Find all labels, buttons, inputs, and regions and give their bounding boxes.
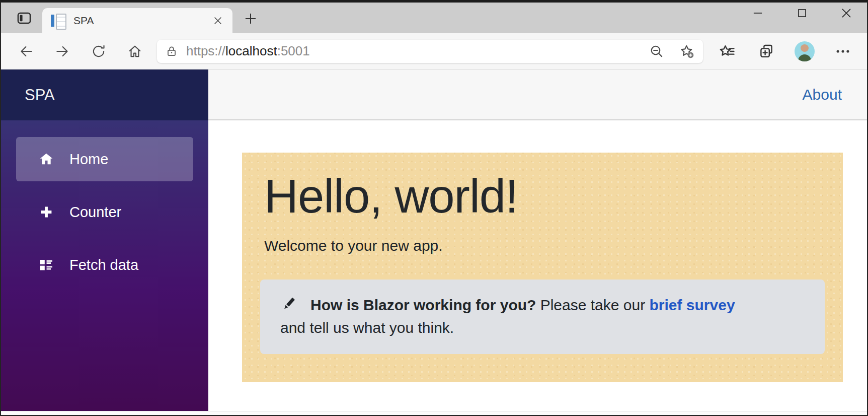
about-link[interactable]: About <box>803 86 842 103</box>
brief-survey-link[interactable]: brief survey <box>650 297 735 313</box>
browser-tab-spa[interactable]: SPA <box>42 8 232 33</box>
browser-window: SPA <box>0 0 868 416</box>
main-panel: About Hello, world! Welcome to your new … <box>208 70 867 411</box>
app-brand[interactable]: SPA <box>1 70 208 120</box>
top-row: About <box>208 70 867 120</box>
pencil-icon <box>280 295 297 312</box>
nav-button-group <box>15 40 146 62</box>
new-tab-icon[interactable] <box>240 8 262 30</box>
address-bar[interactable]: https://localhost:5001 <box>157 40 703 63</box>
profile-avatar[interactable] <box>795 41 815 61</box>
back-icon[interactable] <box>15 40 37 62</box>
sidebar-nav: Home Counter <box>1 120 208 411</box>
sidebar-item-label: Fetch data <box>69 257 138 273</box>
address-bar-actions <box>646 40 698 62</box>
survey-tail-text: and tell us what you think. <box>280 316 807 339</box>
tab-favicon-icon <box>50 13 65 28</box>
favorites-list-icon[interactable] <box>716 40 738 62</box>
welcome-text: Welcome to your new app. <box>264 237 825 254</box>
tab-strip: SPA <box>1 3 867 33</box>
add-favorite-icon[interactable] <box>676 40 698 62</box>
toolbar-right-cluster <box>716 40 856 62</box>
lock-icon[interactable] <box>165 45 178 58</box>
bottom-strip <box>1 411 867 415</box>
menu-icon[interactable] <box>832 40 854 62</box>
close-tab-icon[interactable] <box>209 12 226 29</box>
sidebar-item-fetch-data[interactable]: Fetch data <box>16 243 193 287</box>
maximize-icon[interactable] <box>795 6 810 21</box>
house-icon <box>38 151 54 167</box>
sidebar-item-home[interactable]: Home <box>16 137 193 181</box>
url-port: :5001 <box>277 43 310 58</box>
tab-title: SPA <box>73 15 209 27</box>
survey-question: How is Blazor working for you? <box>310 297 536 313</box>
page-title: Hello, world! <box>264 153 825 220</box>
list-rich-icon <box>38 257 54 273</box>
hero-panel: Hello, world! Welcome to your new app. H… <box>242 153 843 382</box>
survey-alert: How is Blazor working for you? Please ta… <box>260 280 825 354</box>
browser-toolbar: https://localhost:5001 <box>1 33 867 70</box>
content-area: Hello, world! Welcome to your new app. H… <box>208 120 867 411</box>
close-window-icon[interactable] <box>839 6 854 21</box>
sidebar-item-counter[interactable]: Counter <box>16 190 193 234</box>
minimize-icon[interactable] <box>750 6 765 21</box>
survey-mid-text: Please take our <box>536 297 649 313</box>
sidebar: SPA Home Counter <box>1 70 208 411</box>
sidebar-item-label: Home <box>69 151 108 168</box>
refresh-icon[interactable] <box>88 40 110 62</box>
collections-icon[interactable] <box>755 40 777 62</box>
url-text: https://localhost:5001 <box>186 43 310 59</box>
zoom-out-icon[interactable] <box>646 40 668 62</box>
forward-icon[interactable] <box>51 40 73 62</box>
plus-icon <box>38 204 54 220</box>
page-body: SPA Home Counter <box>1 70 867 411</box>
url-host: localhost <box>225 43 277 58</box>
window-controls <box>750 6 854 21</box>
tab-actions-icon[interactable] <box>13 7 35 29</box>
home-icon[interactable] <box>124 40 146 62</box>
url-scheme: https:// <box>186 43 225 58</box>
sidebar-item-label: Counter <box>69 204 121 221</box>
